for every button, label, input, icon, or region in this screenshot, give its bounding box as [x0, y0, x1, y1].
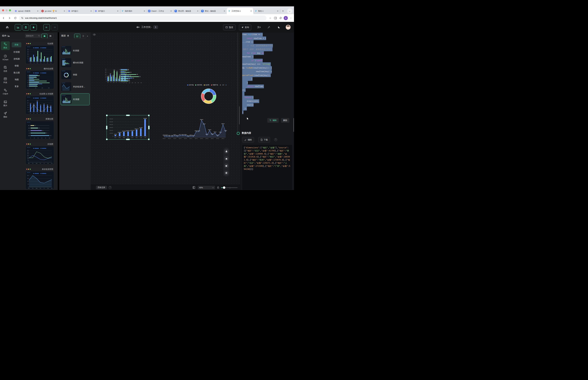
- lock-icon[interactable]: [217, 186, 219, 189]
- canvas-scrollbar[interactable]: [239, 106, 240, 124]
- settings-gear-button[interactable]: [224, 171, 229, 175]
- donut-legend[interactable]: 运动T恤 无线耳机 跑步鞋 智能手表 ◀ 1/2 ▶: [187, 84, 227, 86]
- extensions-icon[interactable]: [279, 16, 283, 20]
- canvas-month-line-chart[interactable]: 2024-012024-032024-052024-072024-092024-…: [163, 116, 228, 139]
- panel-scrollbar[interactable]: [293, 118, 294, 132]
- page-number-badge[interactable]: 1: [153, 25, 158, 29]
- resize-handle-nw[interactable]: [106, 115, 108, 116]
- close-window-button[interactable]: [2, 9, 4, 11]
- component-card-line[interactable]: 折线图 050100150200250300350MonTueWedThuFri…: [25, 142, 55, 165]
- tab-editor-test1[interactable]: ✎测试用 - 编辑器✕: [173, 8, 200, 14]
- subcat-line[interactable]: 折线图: [11, 57, 23, 60]
- bookmark-star-icon[interactable]: ☆: [268, 16, 272, 20]
- rail-item-list[interactable]: 列表: [1, 76, 10, 85]
- forward-icon[interactable]: [7, 16, 12, 20]
- data-download-button[interactable]: 下载: [258, 137, 270, 143]
- subcat-bar[interactable]: 柱状图: [11, 51, 23, 54]
- tab-editor-test2[interactable]: ✎测试 - 编辑器✕: [200, 8, 227, 14]
- rail-item-info[interactable]: 信息: [1, 65, 10, 74]
- language-icon[interactable]: 文A: [256, 25, 261, 30]
- layer-item-bar[interactable]: 柱状图: [61, 45, 89, 56]
- history-help-icon[interactable]: ?: [109, 186, 112, 189]
- component-card-capsule[interactable]: 胶囊柱图 厦门20南阳40北京60上海80新疆100020406080100: [25, 117, 55, 140]
- move-up-layer-button[interactable]: [224, 149, 229, 154]
- legend-next-icon[interactable]: ▶: [226, 84, 227, 86]
- tab-preview[interactable]: V预览-1✕: [253, 8, 280, 14]
- minimize-window-button[interactable]: [5, 9, 8, 11]
- user-avatar[interactable]: [285, 25, 291, 30]
- search-input[interactable]: 搜索组件: [25, 34, 41, 38]
- design-canvas[interactable]: 050100150200250300350Mon120130Tue200130W…: [91, 32, 240, 190]
- tab-goview[interactable]: Ggo-view: 🏆 G✕: [40, 8, 67, 14]
- rail-item-widgets[interactable]: 小组件: [1, 87, 10, 96]
- rail-item-vchart[interactable]: VChart: [1, 53, 10, 62]
- new-tab-button[interactable]: +: [281, 9, 285, 13]
- legend-prev-icon[interactable]: ◀: [220, 84, 221, 86]
- dark-mode-moon-icon[interactable]: [276, 25, 281, 30]
- list-view-toggle[interactable]: [80, 34, 86, 38]
- zoom-select[interactable]: 40%: [198, 186, 215, 189]
- rail-item-charts[interactable]: 图表: [1, 41, 10, 50]
- magic-wand-icon[interactable]: [266, 25, 271, 30]
- resize-handle-e[interactable]: [148, 126, 150, 129]
- tab-search-chevron-icon[interactable]: ⌄: [287, 8, 292, 14]
- resize-handle-sw[interactable]: [106, 138, 108, 140]
- resize-handle-w[interactable]: [106, 126, 107, 129]
- canvas-week-hbar-chart[interactable]: 050100150200250300350Sat110117Fri70155Th…: [118, 68, 145, 83]
- subcat-scatter[interactable]: 散点图: [11, 71, 23, 74]
- thumbnail-view-toggle[interactable]: [74, 34, 80, 38]
- component-card-barline[interactable]: 柱状图 & 折线图 03060901201501月1042月983月1364月8…: [25, 92, 55, 115]
- rail-item-icons[interactable]: 图标: [1, 111, 10, 119]
- tab-close-icon[interactable]: ✕: [250, 10, 252, 12]
- data-edit-button[interactable]: 编辑: [242, 137, 254, 143]
- resize-handle-n[interactable]: [126, 115, 130, 116]
- data-json-preview[interactable]: {"dimensions":["地区","金额"],"source":[{"地区…: [242, 145, 292, 190]
- move-down-layer-button[interactable]: [224, 156, 229, 161]
- tab-close-icon[interactable]: ✕: [116, 10, 119, 12]
- tab-api-2[interactable]: API接口✕: [94, 8, 120, 14]
- eye-icon[interactable]: [93, 33, 96, 36]
- layer-item-gradline[interactable]: 单折线渐变...: [61, 81, 89, 92]
- tune-icon[interactable]: [21, 17, 24, 19]
- edit-pencil-button[interactable]: [224, 163, 229, 168]
- zoom-slider[interactable]: [221, 186, 238, 189]
- resize-handle-ne[interactable]: [148, 115, 150, 116]
- history-button[interactable]: 历史记录: [96, 186, 107, 189]
- publish-button[interactable]: 发布: [239, 24, 251, 30]
- grid-view-toggle[interactable]: [48, 34, 53, 38]
- browser-profile-avatar[interactable]: A: [284, 16, 288, 20]
- delete-button[interactable]: 删除: [281, 118, 289, 123]
- collapse-chevron-icon[interactable]: ‹: [87, 34, 88, 37]
- tab-close-icon[interactable]: ✕: [37, 10, 39, 12]
- tab-close-icon[interactable]: ✕: [143, 10, 145, 12]
- resize-handle-se[interactable]: [148, 138, 150, 140]
- tab-close-icon[interactable]: ✕: [277, 10, 279, 12]
- tab-datav[interactable]: ⇄DataV - 工作台✕: [147, 8, 173, 14]
- layer-item-pie[interactable]: 饼图: [61, 69, 89, 80]
- subcat-map[interactable]: 地图: [11, 78, 23, 81]
- tab-workspace-active[interactable]: V工作空间-1✕: [227, 8, 253, 14]
- tab-close-icon[interactable]: ✕: [197, 10, 199, 12]
- tab-apisql[interactable]: apisql | 功能强✕: [13, 8, 40, 14]
- preview-button[interactable]: 预览: [223, 24, 235, 30]
- tab-close-icon[interactable]: ✕: [63, 10, 66, 12]
- zoom-window-button[interactable]: [9, 9, 11, 11]
- layer-item-hbar[interactable]: 横向柱状图: [61, 57, 89, 68]
- tab-api-1[interactable]: API接口✕: [67, 8, 94, 14]
- subcat-all[interactable]: 所有: [12, 42, 21, 47]
- reload-icon[interactable]: [13, 16, 18, 20]
- component-view-toggle[interactable]: [41, 34, 48, 38]
- zoom-slider-knob[interactable]: [223, 186, 225, 189]
- browser-menu-icon[interactable]: ⋮: [289, 16, 293, 20]
- data-help-icon[interactable]: ?: [274, 138, 277, 141]
- subcat-more[interactable]: 更多: [11, 85, 23, 88]
- component-card-gradline[interactable]: 单折线渐变图 050100150200MonTueWedThuFriSatSun: [25, 167, 55, 190]
- tab-close-icon[interactable]: ✕: [223, 10, 226, 12]
- resize-handle-s[interactable]: [126, 139, 130, 140]
- tab-myproject[interactable]: V我的项目✕: [120, 8, 147, 14]
- filter-edit-button[interactable]: 编辑: [267, 118, 279, 123]
- canvas-donut-chart[interactable]: [201, 88, 216, 104]
- panel-toggle-icon[interactable]: [192, 186, 195, 189]
- url-omnibox[interactable]: vue.mtruning.club/#/chart/home/1: [19, 16, 266, 21]
- tab-close-icon[interactable]: ✕: [90, 10, 92, 12]
